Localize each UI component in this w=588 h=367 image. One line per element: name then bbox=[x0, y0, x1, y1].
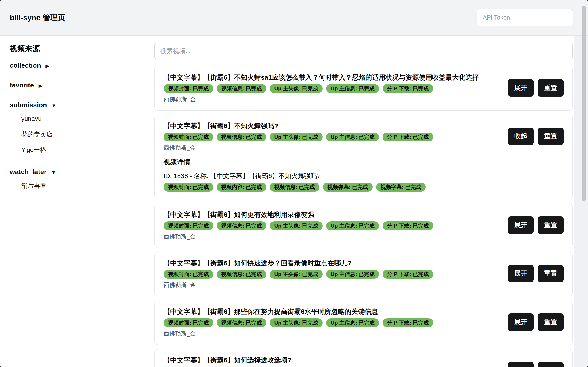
video-badge-row: 视频封面: 已完成视频信息: 已完成Up 主头像: 已完成Up 主信息: 已完成… bbox=[164, 270, 563, 279]
reset-button[interactable]: 重置 bbox=[538, 265, 563, 282]
sidebar-group-favorite: favorite ▶ bbox=[10, 81, 142, 90]
status-badge: Up 主头像: 已完成 bbox=[270, 318, 323, 327]
status-badge: 视频信息: 已完成 bbox=[217, 221, 266, 230]
status-badge: Up 主信息: 已完成 bbox=[326, 318, 379, 327]
video-title: 【中文字幕】【街霸6】如何快速进步？回看录像时重点在哪儿? bbox=[164, 259, 563, 267]
api-token-input[interactable] bbox=[477, 9, 573, 26]
status-badge: 视频信息: 已完成 bbox=[270, 183, 319, 192]
scrollbar-track bbox=[574, 36, 588, 367]
sidebar-sublist-submission: yunayu花的专卖店Yige一格 bbox=[10, 115, 142, 154]
expand-button[interactable]: 展开 bbox=[508, 217, 534, 234]
card-actions: 收起重置 bbox=[508, 128, 563, 145]
card-actions: 展开重置 bbox=[508, 313, 563, 331]
sidebar: 视频来源 collection ▶favorite ▶submission ▼y… bbox=[0, 36, 147, 367]
status-badge: Up 主头像: 已完成 bbox=[270, 221, 323, 230]
status-badge: 分 P 下载: 已完成 bbox=[383, 270, 433, 279]
sidebar-group-collection: collection ▶ bbox=[10, 61, 142, 70]
uploader-name: 西佛勒斯_金 bbox=[164, 233, 563, 240]
status-badge: 视频封面: 已完成 bbox=[164, 270, 213, 279]
reset-button[interactable]: 重置 bbox=[538, 128, 563, 145]
status-badge: Up 主头像: 已完成 bbox=[270, 270, 323, 279]
status-badge: Up 主头像: 已完成 bbox=[270, 133, 323, 142]
detail-badge-row: 视频封面: 已完成视频内容: 已完成视频信息: 已完成视频弹幕: 已完成视频字幕… bbox=[164, 183, 563, 192]
status-badge: 视频信息: 已完成 bbox=[217, 270, 266, 279]
status-badge: 分 P 下载: 已完成 bbox=[383, 84, 433, 93]
sidebar-group-submission: submission ▼yunayu花的专卖店Yige一格 bbox=[10, 100, 142, 154]
sidebar-group-watch_later: watch_later ▼稍后再看 bbox=[10, 167, 142, 190]
video-title: 【中文字幕】【街霸6】如何选择进攻选项? bbox=[164, 356, 563, 364]
source-group-list: collection ▶favorite ▶submission ▼yunayu… bbox=[10, 61, 142, 190]
card-actions: 展开重置 bbox=[508, 217, 563, 234]
detail-divider bbox=[164, 169, 563, 169]
status-badge: 视频信息: 已完成 bbox=[217, 84, 266, 93]
app-header: bili-sync 管理页 bbox=[0, 0, 588, 36]
uploader-name: 西佛勒斯_金 bbox=[164, 144, 563, 151]
status-badge: 视频弹幕: 已完成 bbox=[323, 183, 373, 192]
main-content: 【中文字幕】【街霸6】不知火舞sa1应该怎么带入？何时带入？忍焰的适用状况与资源… bbox=[147, 36, 588, 367]
sidebar-subitem[interactable]: Yige一格 bbox=[21, 146, 142, 154]
status-badge: Up 主信息: 已完成 bbox=[326, 270, 379, 279]
reset-button[interactable]: 重置 bbox=[538, 217, 563, 234]
status-badge: 视频封面: 已完成 bbox=[164, 133, 213, 142]
expand-button[interactable]: 展开 bbox=[508, 265, 534, 282]
page-title: bili-sync 管理页 bbox=[10, 0, 65, 35]
video-badge-row: 视频封面: 已完成视频信息: 已完成Up 主头像: 已完成Up 主信息: 已完成… bbox=[164, 84, 563, 93]
video-title: 【中文字幕】【街霸6】不知火舞强吗? bbox=[164, 122, 563, 130]
sidebar-item-label: watch_later bbox=[10, 168, 48, 175]
video-card: 【中文字幕】【街霸6】不知火舞强吗?视频封面: 已完成视频信息: 已完成Up 主… bbox=[154, 115, 573, 199]
sidebar-item-submission[interactable]: submission ▼ bbox=[10, 100, 142, 110]
status-badge: 视频信息: 已完成 bbox=[217, 318, 266, 327]
search-input[interactable] bbox=[154, 43, 573, 59]
sidebar-item-collection[interactable]: collection ▶ bbox=[10, 61, 142, 70]
video-title: 【中文字幕】【街霸6】如何更有效地利用录像变强 bbox=[164, 211, 563, 219]
reset-button[interactable]: 重置 bbox=[538, 362, 563, 367]
expand-button[interactable]: 展开 bbox=[508, 362, 534, 367]
video-detail-line: ID: 1838 - 名称: 【中文字幕】【街霸6】不知火舞强吗? bbox=[164, 172, 563, 180]
status-badge: 视频封面: 已完成 bbox=[164, 183, 213, 192]
video-detail: 视频详情ID: 1838 - 名称: 【中文字幕】【街霸6】不知火舞强吗?视频封… bbox=[164, 158, 563, 192]
card-actions: 展开重置 bbox=[508, 79, 563, 97]
status-badge: 视频内容: 已完成 bbox=[217, 183, 266, 192]
sidebar-subitem[interactable]: 花的专卖店 bbox=[21, 131, 142, 138]
video-detail-heading: 视频详情 bbox=[164, 158, 563, 166]
status-badge: 分 P 下载: 已完成 bbox=[383, 221, 433, 230]
video-list: 【中文字幕】【街霸6】不知火舞sa1应该怎么带入？何时带入？忍焰的适用状况与资源… bbox=[154, 67, 573, 367]
status-badge: Up 主信息: 已完成 bbox=[326, 221, 379, 230]
triangle-down-icon: ▼ bbox=[51, 170, 56, 175]
video-card: 【中文字幕】【街霸6】不知火舞sa1应该怎么带入？何时带入？忍焰的适用状况与资源… bbox=[154, 67, 573, 110]
status-badge: 分 P 下载: 已完成 bbox=[383, 318, 433, 327]
video-card: 【中文字幕】【街霸6】如何快速进步？回看录像时重点在哪儿?视频封面: 已完成视频… bbox=[154, 252, 573, 296]
video-title: 【中文字幕】【街霸6】那些你在努力提高街霸6水平时所忽略的关键信息 bbox=[164, 308, 563, 316]
sidebar-item-favorite[interactable]: favorite ▶ bbox=[10, 81, 142, 90]
status-badge: 视频封面: 已完成 bbox=[164, 221, 213, 230]
video-card: 【中文字幕】【街霸6】如何更有效地利用录像变强视频封面: 已完成视频信息: 已完… bbox=[154, 204, 573, 248]
sidebar-sublist-watch_later: 稍后再看 bbox=[10, 182, 142, 190]
triangle-right-icon: ▶ bbox=[39, 83, 42, 89]
sidebar-subitem[interactable]: yunayu bbox=[21, 115, 142, 123]
status-badge: 视频封面: 已完成 bbox=[164, 318, 213, 327]
status-badge: Up 主头像: 已完成 bbox=[270, 84, 323, 93]
sidebar-subitem[interactable]: 稍后再看 bbox=[21, 182, 142, 190]
status-badge: 分 P 下载: 已完成 bbox=[383, 133, 433, 142]
triangle-right-icon: ▶ bbox=[45, 63, 49, 69]
expand-button[interactable]: 展开 bbox=[508, 313, 534, 331]
status-badge: Up 主信息: 已完成 bbox=[326, 133, 379, 142]
uploader-name: 西佛勒斯_金 bbox=[164, 96, 563, 103]
sidebar-item-label: submission bbox=[10, 101, 49, 108]
status-badge: 视频封面: 已完成 bbox=[164, 84, 213, 93]
reset-button[interactable]: 重置 bbox=[538, 79, 563, 97]
video-card: 【中文字幕】【街霸6】如何选择进攻选项?视频封面: 已完成视频信息: 已完成Up… bbox=[154, 349, 573, 367]
sidebar-item-label: favorite bbox=[10, 81, 36, 89]
card-actions: 展开重置 bbox=[508, 265, 563, 282]
sidebar-item-watch_later[interactable]: watch_later ▼ bbox=[10, 167, 142, 177]
sidebar-item-label: collection bbox=[10, 62, 43, 69]
status-badge: 视频信息: 已完成 bbox=[217, 133, 266, 142]
sidebar-heading: 视频来源 bbox=[10, 44, 142, 53]
card-actions: 展开重置 bbox=[508, 362, 563, 367]
video-badge-row: 视频封面: 已完成视频信息: 已完成Up 主头像: 已完成Up 主信息: 已完成… bbox=[164, 221, 563, 230]
expand-button[interactable]: 展开 bbox=[508, 79, 534, 97]
scrollbar-thumb[interactable] bbox=[582, 6, 586, 201]
video-badge-row: 视频封面: 已完成视频信息: 已完成Up 主头像: 已完成Up 主信息: 已完成… bbox=[164, 318, 563, 327]
collapse-button[interactable]: 收起 bbox=[508, 128, 534, 145]
reset-button[interactable]: 重置 bbox=[538, 313, 563, 331]
